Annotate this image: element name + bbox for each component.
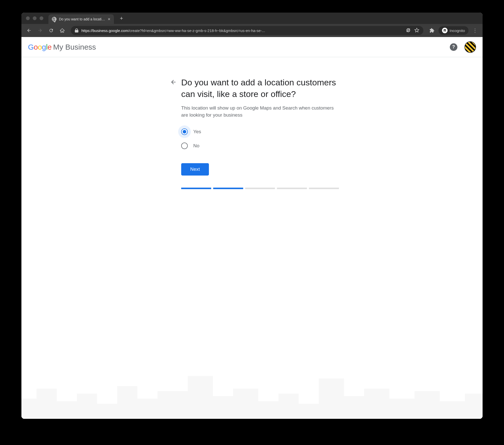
browser-menu-button[interactable]: ⋮ <box>470 27 480 33</box>
browser-tab[interactable]: Do you want to add a location c × <box>48 14 114 24</box>
radio-label: No <box>193 143 199 149</box>
globe-icon <box>52 17 56 21</box>
svg-point-3 <box>444 30 445 31</box>
next-button[interactable]: Next <box>181 163 209 176</box>
progress-segment <box>245 188 275 189</box>
radio-group: Yes No <box>181 128 339 149</box>
nav-back-button[interactable] <box>24 26 34 35</box>
google-wordmark: Google <box>28 43 52 51</box>
incognito-badge[interactable]: Incognito <box>438 26 468 35</box>
nav-reload-button[interactable] <box>47 26 56 35</box>
form-subtext: This location will show up on Google Map… <box>181 105 339 119</box>
nav-home-button[interactable] <box>58 26 67 35</box>
app-header: Google My Business ? <box>21 37 483 57</box>
product-name: My Business <box>53 43 96 51</box>
page-content: Do you want to add a location customers … <box>21 57 483 419</box>
radio-icon <box>181 128 188 135</box>
tab-title: Do you want to add a location c <box>59 17 105 21</box>
browser-toolbar: https://business.google.com/create?hl=en… <box>21 24 483 37</box>
window-titlebar: Do you want to add a location c × + <box>21 13 483 24</box>
lock-icon <box>75 28 78 32</box>
cookies-blocked-icon[interactable] <box>406 28 411 33</box>
url-bar[interactable]: https://business.google.com/create?hl=en… <box>71 26 423 35</box>
progress-segment <box>277 188 307 189</box>
form-back-button[interactable] <box>170 79 177 85</box>
window-controls <box>26 16 43 20</box>
tab-close-button[interactable]: × <box>108 17 110 22</box>
progress-bar <box>181 188 339 189</box>
gmb-logo[interactable]: Google My Business <box>28 43 96 51</box>
skyline-decoration <box>21 363 483 419</box>
progress-segment <box>213 188 243 189</box>
incognito-label: Incognito <box>450 28 465 33</box>
progress-segment <box>181 188 211 189</box>
incognito-icon <box>442 28 448 33</box>
new-tab-button[interactable]: + <box>118 15 125 22</box>
progress-segment <box>309 188 339 189</box>
window-maximize-button[interactable] <box>40 16 43 20</box>
extensions-button[interactable] <box>427 26 436 35</box>
radio-label: Yes <box>193 129 201 134</box>
bookmark-icon[interactable] <box>414 28 419 33</box>
window-minimize-button[interactable] <box>33 16 37 20</box>
account-avatar[interactable] <box>464 41 476 53</box>
window-close-button[interactable] <box>26 16 30 20</box>
form-area: Do you want to add a location customers … <box>165 57 339 189</box>
radio-icon <box>181 143 188 149</box>
nav-forward-button[interactable] <box>36 26 45 35</box>
browser-window: Do you want to add a location c × + http… <box>21 13 483 419</box>
form-question: Do you want to add a location customers … <box>181 77 339 100</box>
help-button[interactable]: ? <box>450 43 457 51</box>
radio-option-yes[interactable]: Yes <box>181 128 339 135</box>
radio-option-no[interactable]: No <box>181 143 339 149</box>
url-text: https://business.google.com/create?hl=en… <box>81 28 403 33</box>
svg-point-4 <box>445 30 446 31</box>
